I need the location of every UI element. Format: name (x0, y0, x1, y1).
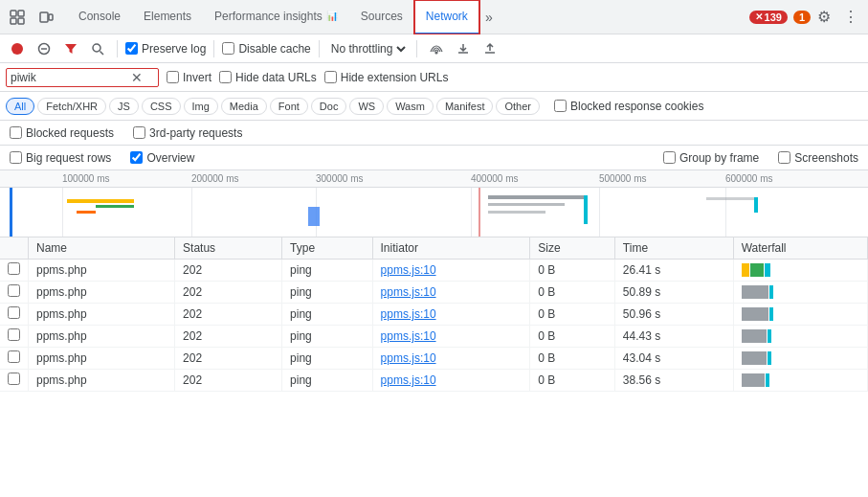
disable-cache-checkbox[interactable]: Disable cache (222, 42, 310, 56)
table-row[interactable]: ppms.php 202 ping ppms.js:10 0 B 44.43 s (0, 326, 868, 348)
filter-chip-font[interactable]: Font (270, 98, 308, 115)
filter-chip-media[interactable]: Media (221, 98, 267, 115)
row-type: ping (282, 282, 372, 304)
clear-search-button[interactable]: ✕ (129, 71, 145, 84)
tab-sources[interactable]: Sources (349, 0, 414, 34)
tab-elements[interactable]: Elements (132, 0, 203, 34)
row-name[interactable]: ppms.php (29, 370, 175, 392)
row-checkbox-cell[interactable] (0, 348, 29, 370)
third-party-checkbox[interactable]: 3rd-party requests (133, 126, 242, 140)
filter-button[interactable] (59, 37, 82, 60)
tab-overflow-button[interactable]: » (479, 4, 499, 31)
tab-network[interactable]: Network (414, 0, 479, 34)
device-icon[interactable] (33, 4, 59, 31)
hide-data-urls-checkbox[interactable]: Hide data URLs (219, 71, 317, 84)
row-initiator[interactable]: ppms.js:10 (372, 370, 530, 392)
filter-chip-all[interactable]: All (6, 98, 34, 115)
row-checkbox-cell[interactable] (0, 260, 29, 282)
row-waterfall (733, 370, 867, 392)
more-button[interactable]: ⋮ (837, 4, 864, 31)
row-name[interactable]: ppms.php (29, 304, 175, 326)
tab-performance-insights[interactable]: Performance insights 📊 (203, 0, 349, 34)
svg-rect-5 (49, 14, 53, 20)
hide-extension-urls-checkbox[interactable]: Hide extension URLs (324, 71, 449, 84)
col-name[interactable]: Name (29, 237, 175, 260)
blocked-response-label[interactable]: Blocked response cookies (554, 100, 703, 113)
options-left: Big request rows Overview (10, 151, 644, 165)
devtools-icons (4, 4, 59, 31)
preserve-log-checkbox[interactable]: Preserve log (125, 42, 206, 56)
settings-button[interactable]: ⚙ (811, 4, 837, 31)
row-status: 202 (175, 326, 282, 348)
import-button[interactable] (452, 37, 475, 60)
col-waterfall[interactable]: Waterfall (733, 237, 867, 260)
network-conditions-button[interactable] (425, 37, 448, 60)
table-row[interactable]: ppms.php 202 ping ppms.js:10 0 B 50.96 s (0, 304, 868, 326)
row-checkbox-cell[interactable] (0, 304, 29, 326)
throttle-select[interactable]: No throttling (327, 41, 409, 56)
search-input[interactable] (11, 71, 125, 84)
requests-table: Name Status Type Initiator Size Time Wat… (0, 237, 868, 392)
table-scroll[interactable]: Name Status Type Initiator Size Time Wat… (0, 237, 868, 497)
filter-chip-manifest[interactable]: Manifest (436, 98, 494, 115)
timeline-bar-3b (488, 203, 565, 206)
filter-chip-img[interactable]: Img (184, 98, 218, 115)
blocked-requests-checkbox[interactable]: Blocked requests (10, 126, 114, 140)
row-checkbox-cell[interactable] (0, 370, 29, 392)
ruler-label-6: 600000 ms (725, 173, 772, 184)
inspect-icon[interactable] (4, 4, 31, 31)
timeline-bar-3a (488, 195, 584, 199)
clear-button[interactable] (33, 37, 56, 60)
row-name[interactable]: ppms.php (29, 260, 175, 282)
row-initiator[interactable]: ppms.js:10 (372, 348, 530, 370)
export-button[interactable] (479, 37, 501, 60)
search-button[interactable] (86, 37, 109, 60)
filter-chip-ws[interactable]: WS (349, 98, 384, 115)
table-body: ppms.php 202 ping ppms.js:10 0 B 26.41 s… (0, 260, 868, 392)
group-by-frame-checkbox[interactable]: Group by frame (663, 151, 759, 165)
filter-chip-js[interactable]: JS (109, 98, 139, 115)
screenshots-checkbox[interactable]: Screenshots (778, 151, 858, 165)
filter-chip-doc[interactable]: Doc (311, 98, 347, 115)
timeline-bar-1c (77, 211, 96, 214)
svg-point-10 (93, 44, 100, 52)
tick-2 (191, 188, 192, 237)
timeline-bars[interactable] (0, 188, 868, 237)
row-initiator[interactable]: ppms.js:10 (372, 326, 530, 348)
filter-chip-css[interactable]: CSS (142, 98, 181, 115)
ruler-label-5: 500000 ms (599, 173, 646, 184)
ruler-label-2: 200000 ms (191, 173, 238, 184)
invert-checkbox[interactable]: Invert (167, 71, 211, 84)
col-type[interactable]: Type (282, 237, 372, 260)
svg-rect-2 (11, 18, 16, 24)
tab-console[interactable]: Console (67, 0, 132, 34)
row-name[interactable]: ppms.php (29, 282, 175, 304)
filter-chip-other[interactable]: Other (496, 98, 540, 115)
col-size[interactable]: Size (530, 237, 615, 260)
row-name[interactable]: ppms.php (29, 348, 175, 370)
options-right: Group by frame Screenshots (663, 151, 858, 165)
table-row[interactable]: ppms.php 202 ping ppms.js:10 0 B 26.41 s (0, 260, 868, 282)
row-size: 0 B (530, 348, 615, 370)
filter-chip-wasm[interactable]: Wasm (387, 98, 434, 115)
col-time[interactable]: Time (614, 237, 733, 260)
timeline-bar-1a (67, 199, 134, 203)
filter-chip-fetch-xhr[interactable]: Fetch/XHR (37, 98, 106, 115)
col-initiator[interactable]: Initiator (372, 237, 530, 260)
row-checkbox-cell[interactable] (0, 326, 29, 348)
row-initiator[interactable]: ppms.js:10 (372, 282, 530, 304)
row-initiator[interactable]: ppms.js:10 (372, 260, 530, 282)
tick-4 (471, 188, 472, 237)
table-row[interactable]: ppms.php 202 ping ppms.js:10 0 B 43.04 s (0, 348, 868, 370)
table-row[interactable]: ppms.php 202 ping ppms.js:10 0 B 50.89 s (0, 282, 868, 304)
col-status[interactable]: Status (175, 237, 282, 260)
tick-1 (62, 188, 63, 237)
row-initiator[interactable]: ppms.js:10 (372, 304, 530, 326)
table-row[interactable]: ppms.php 202 ping ppms.js:10 0 B 38.56 s (0, 370, 868, 392)
row-waterfall (733, 326, 867, 348)
big-rows-checkbox[interactable]: Big request rows (10, 151, 111, 165)
row-name[interactable]: ppms.php (29, 326, 175, 348)
overview-checkbox[interactable]: Overview (130, 151, 194, 165)
record-button[interactable] (6, 37, 29, 60)
row-checkbox-cell[interactable] (0, 282, 29, 304)
